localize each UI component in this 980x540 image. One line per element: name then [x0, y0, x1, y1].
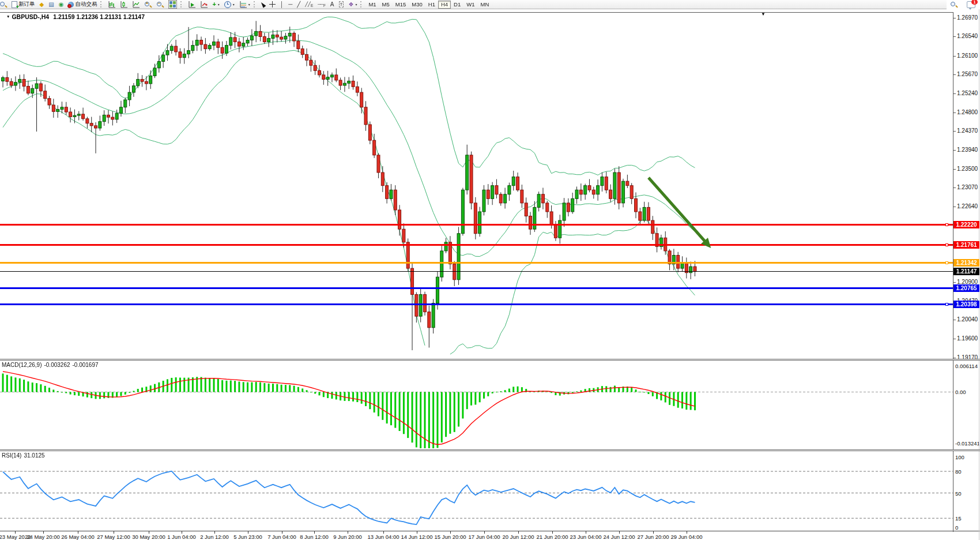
horizontal-line-tool-icon: ─ — [288, 1, 292, 7]
fibonacci-tool[interactable]: ┄┄F — [315, 0, 328, 9]
price-tick-label: 1.23500 — [957, 166, 978, 172]
time-label: 27 May 12:00 — [97, 534, 130, 540]
horizontal-line-tool[interactable]: ─ — [286, 0, 295, 9]
timeframe-D1[interactable]: D1 — [451, 1, 463, 9]
data-window-icon-icon: ▤ — [48, 1, 54, 7]
panel-separator-macd[interactable] — [0, 359, 980, 361]
timeframe-H1[interactable]: H1 — [425, 1, 438, 9]
macd-indicator-label: MACD(12,26,9)-0.003262-0.001697 — [2, 362, 101, 368]
timeframe-M30[interactable]: M30 — [409, 1, 425, 9]
arrows-tool-icon: ❖ — [348, 1, 353, 7]
templates-button-caret-icon[interactable]: ▾ — [248, 2, 250, 6]
rsi-axis-label: 80 — [955, 468, 962, 475]
price-tick-label: 1.24800 — [957, 109, 978, 116]
vertical-line-tool[interactable]: │ — [278, 0, 286, 9]
timeframe-MN[interactable]: MN — [478, 1, 492, 9]
time-label: 5 Jun 23:00 — [233, 534, 262, 540]
price-tick-label: 1.19600 — [957, 335, 978, 342]
strategy-tester-icon[interactable] — [186, 0, 198, 9]
bar-chart-icon[interactable] — [105, 0, 118, 9]
timeframe-W1[interactable]: W1 — [463, 1, 477, 9]
tile-windows-icon[interactable] — [166, 0, 179, 9]
time-label: 20 Jun 12:00 — [503, 534, 534, 540]
line-chart-icon-icon — [132, 1, 140, 8]
price-chart-canvas[interactable] — [0, 9, 953, 359]
crosshair-tool[interactable] — [267, 0, 278, 9]
support-line-2[interactable] — [0, 303, 953, 305]
rsi-axis-label: 15 — [955, 515, 962, 522]
current-bid-line-price-tag: 1.21147 — [953, 268, 979, 275]
data-window-icon[interactable]: ▤ — [46, 0, 56, 9]
resistance-line-2[interactable] — [0, 244, 953, 246]
collapse-arrow-icon[interactable]: ▼ — [6, 14, 10, 18]
macd-name: MACD(12,26,9) — [2, 362, 42, 368]
macd-panel-canvas[interactable] — [0, 361, 953, 449]
chart-shift-marker[interactable]: ▼ — [761, 12, 766, 17]
channel-tool[interactable]: ╱╱E — [303, 0, 315, 9]
resistance-line-2-handle[interactable] — [945, 243, 948, 246]
channel-tool-icon: ╱╱E — [305, 2, 313, 7]
timeframe-M1[interactable]: M1 — [365, 1, 379, 9]
cursor-tool[interactable] — [259, 0, 267, 9]
periods-button-caret-icon[interactable]: ▾ — [233, 2, 235, 6]
search-icon[interactable] — [948, 0, 960, 9]
bar-chart-icon-icon — [108, 1, 115, 8]
time-label: 9 Jun 20:00 — [333, 534, 362, 540]
candlestick-chart-icon-icon — [120, 1, 127, 8]
marketwatch-icon[interactable]: ◆ — [37, 0, 47, 9]
resistance-line-1-price-tag: 1.22220 — [953, 221, 979, 228]
autotrading-button[interactable]: 自动交易 — [66, 0, 99, 9]
price-tick-label: 1.26540 — [957, 33, 978, 40]
time-label: 17 Jun 04:00 — [469, 534, 500, 540]
trend-arrow-annotation[interactable] — [634, 173, 721, 254]
rsi-panel-canvas[interactable] — [0, 451, 953, 531]
indicators-button[interactable]: +▾ — [210, 0, 221, 9]
periods-button[interactable]: ▾ — [222, 0, 237, 9]
time-label: 1 Jun 04:00 — [167, 534, 196, 540]
timeframe-H4[interactable]: H4 — [438, 1, 451, 9]
panel-separator-rsi[interactable] — [0, 449, 980, 451]
new-order-button[interactable]: +新订单 — [9, 0, 37, 9]
zoom-in-button[interactable]: + — [142, 0, 154, 9]
indicators-button-caret-icon[interactable]: ▾ — [218, 2, 220, 6]
arrows-tool[interactable]: ❖▾ — [346, 0, 359, 9]
left-clipped-icon[interactable] — [1, 0, 9, 9]
timeframe-M5[interactable]: M5 — [379, 1, 393, 9]
support-line-1[interactable] — [0, 287, 953, 289]
chat-icon[interactable]: 1 — [964, 0, 978, 9]
price-tick-label: 1.20040 — [957, 316, 978, 323]
periods-button-icon — [224, 1, 231, 8]
time-axis[interactable]: 23 May 202224 May 20:0026 May 04:0027 Ma… — [0, 531, 980, 540]
current-bid-line[interactable] — [0, 271, 953, 272]
support-line-2-handle[interactable] — [945, 303, 948, 306]
timeframe-M15[interactable]: M15 — [393, 1, 409, 9]
time-label: 2 Jun 12:00 — [200, 534, 229, 540]
pivot-line-orange[interactable] — [0, 262, 953, 264]
trendline-tool-icon: ╱ — [297, 1, 300, 7]
zoom-out-button-icon: − — [156, 1, 164, 8]
price-tick-label: 1.23070 — [957, 184, 978, 191]
auto-scroll-icon[interactable] — [198, 0, 210, 9]
toolbar-grip — [254, 1, 258, 7]
resistance-line-1[interactable] — [0, 224, 953, 226]
time-label: 15 Jun 20:00 — [435, 534, 466, 540]
vertical-line-tool-icon: │ — [280, 1, 284, 7]
new-order-button-label: 新订单 — [18, 1, 35, 8]
text-label-tool[interactable]: T — [337, 0, 346, 9]
pivot-line-orange-handle[interactable] — [945, 261, 948, 264]
templates-button[interactable]: ▾ — [237, 0, 252, 9]
text-tool[interactable]: A — [328, 0, 337, 9]
line-chart-icon[interactable] — [130, 0, 142, 9]
resistance-line-1-handle[interactable] — [945, 223, 948, 226]
candlestick-chart-icon[interactable] — [118, 0, 130, 9]
rsi-indicator-label: RSI(14)31.0125 — [2, 452, 47, 459]
zoom-out-button[interactable]: − — [154, 0, 166, 9]
trendline-tool[interactable]: ╱ — [295, 0, 303, 9]
autotrading-button-label: 自动交易 — [75, 1, 97, 8]
price-tick-label: 1.24370 — [957, 127, 978, 134]
text-tool-icon: A — [330, 1, 334, 7]
support-line-1-price-tag: 1.20765 — [953, 284, 979, 292]
arrows-tool-caret-icon[interactable]: ▾ — [355, 2, 357, 6]
navigator-icon[interactable]: ◉ — [56, 0, 66, 9]
time-label: 13 Jun 04:00 — [368, 534, 399, 540]
